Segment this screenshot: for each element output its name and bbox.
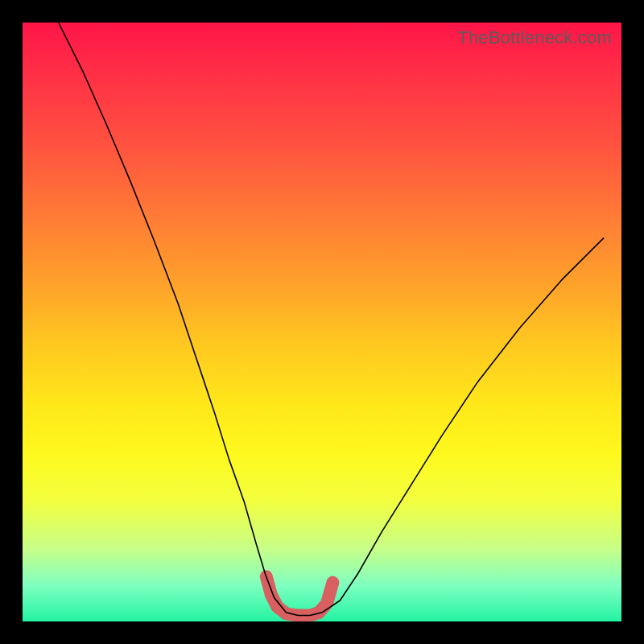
plot-area: TheBottleneck.com bbox=[23, 23, 621, 621]
highlight-band-path bbox=[266, 576, 333, 615]
curve-path bbox=[59, 23, 604, 616]
chart-frame: TheBottleneck.com bbox=[0, 0, 644, 644]
curve-layer bbox=[23, 23, 621, 621]
